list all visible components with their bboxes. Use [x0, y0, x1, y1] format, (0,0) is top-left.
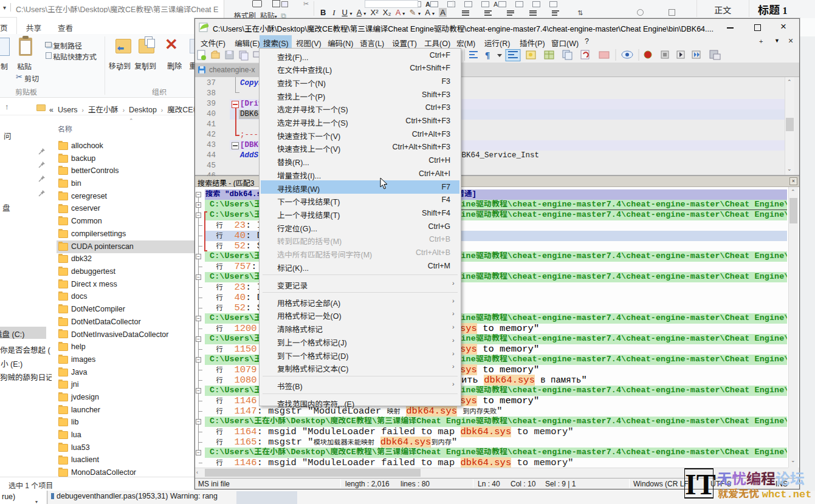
svg-text:¶: ¶ [485, 50, 490, 60]
